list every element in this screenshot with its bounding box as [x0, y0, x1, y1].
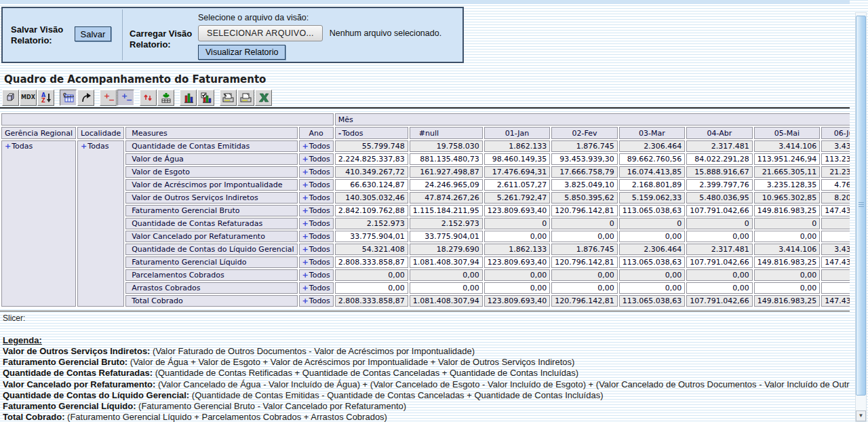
- value-cell: 3.433.92: [821, 140, 850, 152]
- legend-title: Legenda:: [3, 335, 850, 346]
- file-status-text: Nenhum arquivo selecionado.: [330, 28, 441, 38]
- value-cell: [821, 218, 850, 229]
- value-cell: 0,00: [335, 282, 408, 294]
- year-member-cell: +Todos: [299, 140, 334, 152]
- excel-export-icon[interactable]: [255, 90, 272, 106]
- value-cell: 0,00: [551, 269, 617, 281]
- legend-item: Quantidade de Contas Refaturadas: (Quant…: [3, 368, 850, 379]
- value-cell: 1.081.408.307,94: [410, 256, 483, 268]
- value-cell: 33.775.904,01: [335, 231, 408, 242]
- show-parent-members-icon[interactable]: 0: [60, 90, 77, 106]
- value-cell: 3.433.92: [821, 244, 850, 255]
- value-cell: [821, 231, 850, 242]
- value-cell: 0,00: [686, 231, 752, 242]
- value-cell: 0,00: [754, 282, 820, 294]
- value-cell: 147.435.67: [821, 205, 850, 216]
- column-header-ano: Ano: [299, 127, 334, 139]
- value-cell: 0,00: [335, 269, 408, 281]
- value-cell: 3.414.106: [754, 244, 820, 255]
- olap-navigator-cube-icon[interactable]: [2, 90, 19, 106]
- vertical-scrollbar[interactable]: ▼: [855, 12, 867, 422]
- value-cell: 21.665.305,11: [754, 166, 820, 178]
- measure-cell: Total Cobrado: [125, 295, 297, 307]
- value-cell: 123.809.693,40: [484, 256, 550, 268]
- measure-cell: Arrastos Cobrados: [125, 282, 297, 294]
- value-cell: 1.115.184.211,95: [410, 205, 483, 216]
- drill-member-icon[interactable]: +−: [100, 90, 117, 106]
- file-select-button[interactable]: SELECIONAR ARQUIVO...: [198, 25, 323, 41]
- value-cell: 1.862.133: [484, 140, 550, 152]
- drill-expand-icon[interactable]: +: [5, 142, 11, 151]
- measure-cell: Valor Cancelado por Refaturamento: [125, 231, 297, 242]
- drill-expand-icon[interactable]: +: [302, 245, 309, 254]
- value-cell: 881.135.480,73: [410, 153, 483, 165]
- column-header-abr: 04-Abr: [686, 127, 752, 139]
- drill-expand-icon[interactable]: +: [302, 206, 309, 215]
- drill-collapse-icon[interactable]: -: [338, 129, 342, 138]
- value-cell: 113.065.038,63: [619, 295, 685, 307]
- region-member-cell: +Todas: [1, 140, 76, 307]
- value-cell: 0,00: [619, 231, 685, 242]
- save-button[interactable]: Salvar: [75, 26, 111, 41]
- value-cell: 2.611.057,27: [484, 179, 550, 191]
- value-cell: 3.235.128,35: [754, 179, 820, 191]
- value-cell: 149.816.983,25: [754, 256, 820, 268]
- measure-cell: Valor de Água: [125, 153, 297, 165]
- drill-expand-icon[interactable]: +: [302, 219, 309, 228]
- measure-cell: Parcelamentos Cobrados: [125, 269, 297, 281]
- year-member-cell: +Todos: [299, 244, 334, 255]
- value-cell: 2.306.464: [619, 140, 685, 152]
- drill-expand-icon[interactable]: +: [302, 142, 309, 151]
- drill-position-icon[interactable]: +−: [117, 90, 134, 106]
- value-cell: 2.842.109.762,88: [335, 205, 408, 216]
- drill-expand-icon[interactable]: +: [302, 193, 309, 202]
- scrollbar-down-arrow-icon[interactable]: ▼: [856, 410, 866, 421]
- value-cell: 1.876.745: [551, 244, 617, 255]
- view-report-button[interactable]: Visualizar Relatorio: [198, 45, 285, 60]
- drill-expand-icon[interactable]: +: [302, 180, 309, 189]
- value-cell: 2.808.333.858,87: [335, 295, 408, 307]
- drill-expand-icon[interactable]: +: [302, 258, 309, 267]
- print-icon[interactable]: [237, 90, 254, 106]
- year-member-cell: +Todos: [299, 218, 334, 229]
- value-cell: 5.480.036,95: [686, 192, 752, 204]
- legend: Legenda: Valor de Outros Serviços Indire…: [3, 335, 850, 422]
- value-cell: 55.799.748: [335, 140, 408, 152]
- year-member-cell: +Todos: [299, 205, 334, 216]
- year-member-cell: +Todos: [299, 282, 334, 294]
- drill-expand-icon[interactable]: +: [302, 155, 309, 164]
- value-cell: 0,00: [410, 269, 483, 281]
- chart-config-icon[interactable]: [197, 90, 214, 106]
- value-cell: 8.202.42: [821, 192, 850, 204]
- year-member-cell: +Todos: [299, 269, 334, 281]
- form-divider: [122, 9, 123, 60]
- value-cell: 107.791.042,66: [686, 205, 752, 216]
- print-config-icon[interactable]: [220, 90, 237, 106]
- year-member-cell: +Todos: [299, 166, 334, 178]
- value-cell: 0: [619, 218, 685, 229]
- drill-expand-icon[interactable]: +: [81, 142, 87, 151]
- value-cell: 140.305.032,46: [335, 192, 408, 204]
- drill-expand-icon[interactable]: +: [302, 168, 309, 176]
- sort-az-icon[interactable]: AZ: [37, 90, 54, 106]
- drill-expand-icon[interactable]: +: [302, 284, 309, 292]
- drill-replace-icon[interactable]: [140, 90, 157, 106]
- value-cell: 47.874.267,26: [410, 192, 483, 204]
- year-member-cell: +Todos: [299, 295, 334, 307]
- scrollbar-thumb[interactable]: [856, 16, 866, 396]
- swap-axes-icon[interactable]: [77, 90, 94, 106]
- chart-icon[interactable]: [180, 90, 197, 106]
- mdx-editor-icon[interactable]: MDX: [20, 90, 37, 106]
- drill-expand-icon[interactable]: +: [302, 296, 309, 305]
- drill-expand-icon[interactable]: +: [302, 271, 309, 280]
- value-cell: 2.224.825.337,83: [335, 153, 408, 165]
- drill-through-icon[interactable]: [157, 90, 174, 106]
- value-cell: 123.809.693,40: [484, 205, 550, 216]
- value-cell: 0,00: [619, 282, 685, 294]
- measure-cell: Valor de Esgoto: [125, 166, 297, 178]
- value-cell: 54.321.408: [335, 244, 408, 255]
- drill-expand-icon[interactable]: +: [302, 232, 309, 241]
- column-header-mar: 03-Mar: [619, 127, 685, 139]
- value-cell: 15.888.916,67: [686, 166, 752, 178]
- svg-text:−: −: [108, 96, 115, 104]
